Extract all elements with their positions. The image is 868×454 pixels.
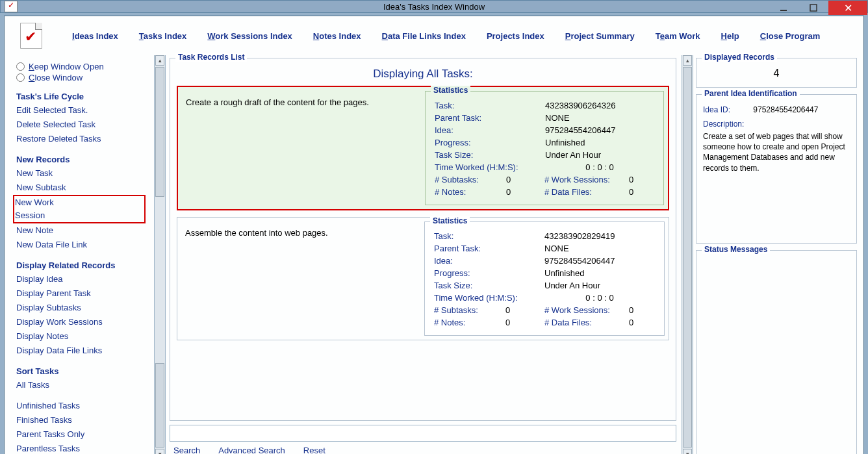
scrollbar-left[interactable]: ▴ ▾	[154, 55, 166, 454]
task-card[interactable]: Assemble the content into web pages. Sta…	[177, 217, 669, 340]
value-notes: 0	[505, 318, 544, 327]
label-size: Task Size:	[435, 150, 545, 160]
link-new-task[interactable]: New Task	[16, 167, 145, 180]
radio-close-window-input[interactable]	[16, 73, 25, 82]
stats-legend: Statistics	[431, 86, 470, 95]
link-display-parent[interactable]: Display Parent Task	[16, 287, 145, 300]
heading-sort: Sort Tasks	[16, 366, 145, 376]
value-time: 0 : 0 : 0	[544, 293, 655, 303]
task-records-group: Task Records List Displaying All Tasks: …	[170, 58, 676, 421]
task-stats: Statistics Task:432383906264326 Parent T…	[425, 87, 668, 209]
menu-close-program[interactable]: Close Program	[760, 31, 820, 41]
heading-new-records: New Records	[16, 155, 145, 164]
status-messages-group: Status Messages	[696, 250, 857, 454]
value-progress: Unfinished	[544, 268, 655, 278]
scroll-up-icon[interactable]: ▴	[683, 55, 692, 66]
scroll-down-icon[interactable]: ▾	[155, 449, 164, 454]
menu-team[interactable]: Team Work	[656, 31, 700, 41]
radio-close-window[interactable]: Close Window	[16, 73, 145, 82]
menu-projects[interactable]: Projects Index	[487, 31, 544, 41]
label-notes: # Notes:	[434, 318, 505, 327]
link-all-tasks[interactable]: All Tasks	[16, 379, 145, 392]
reset-link[interactable]: Reset	[303, 446, 326, 454]
label-idea: Idea:	[435, 125, 545, 135]
label-progress: Progress:	[435, 138, 545, 147]
link-display-subtasks[interactable]: Display Subtasks	[16, 301, 145, 314]
displayed-records-group: Displayed Records 4	[696, 58, 857, 88]
link-parentless[interactable]: Parentless Tasks	[16, 442, 145, 454]
menu-tasks[interactable]: Tasks Index	[139, 31, 186, 41]
link-new-note[interactable]: New Note	[16, 224, 145, 237]
task-records-legend: Task Records List	[175, 53, 247, 62]
workspace: Keep Window Open Close Window Task's Lif…	[5, 55, 863, 454]
value-idea: 975284554206447	[545, 125, 654, 135]
value-notes: 0	[506, 187, 544, 197]
link-unfinished[interactable]: Unfinished Tasks	[16, 399, 145, 412]
task-description: Create a rough draft of the content for …	[178, 87, 425, 209]
search-link[interactable]: Search	[173, 446, 200, 454]
link-delete-selected[interactable]: Delete Selected Task	[16, 118, 145, 131]
label-df: # Data Files:	[544, 187, 629, 197]
search-links: Search Advanced Search Reset	[170, 446, 676, 454]
link-edit-selected[interactable]: Edit Selected Task.	[16, 104, 145, 117]
task-card[interactable]: Create a rough draft of the content for …	[177, 86, 669, 210]
menu-work-sessions[interactable]: Work Sessions Index	[207, 31, 292, 41]
task-stats: Statistics Task:432383902829419 Parent T…	[424, 218, 669, 340]
radio-keep-open-input[interactable]	[16, 62, 25, 71]
value-ws: 0	[629, 305, 655, 315]
displayed-records-value: 4	[703, 65, 850, 81]
label-time: Time Worked (H:M:S):	[434, 293, 544, 303]
task-description: Assemble the content into web pages.	[177, 218, 424, 340]
minimize-button[interactable]	[769, 1, 798, 15]
scroll-thumb-2[interactable]	[155, 363, 164, 448]
menu-summary[interactable]: Project Summary	[565, 31, 635, 41]
link-new-subtask[interactable]: New Subtask	[16, 181, 145, 194]
window-title: Idea's Tasks Index Window	[383, 2, 485, 12]
idea-id-label: Idea ID:	[703, 105, 751, 114]
label-time: Time Worked (H:M:S):	[435, 162, 545, 172]
label-notes: # Notes:	[435, 187, 506, 197]
right-panel: Displayed Records 4 Parent Idea Identifi…	[693, 55, 863, 454]
link-new-datafile[interactable]: New Data File Link	[16, 238, 145, 251]
menu-ideas[interactable]: Ideas Index	[72, 31, 118, 41]
radio-keep-open[interactable]: Keep Window Open	[16, 62, 145, 71]
link-new-work-session[interactable]: New Work Session	[14, 195, 145, 223]
close-button[interactable]: ✕	[828, 1, 867, 15]
link-restore-deleted[interactable]: Restore Deleted Tasks	[16, 132, 145, 145]
label-df: # Data Files:	[544, 318, 629, 327]
link-finished[interactable]: Finished Tasks	[16, 414, 145, 427]
menu-datafile[interactable]: Data File Links Index	[382, 31, 466, 41]
task-display-title: Displaying All Tasks:	[177, 68, 669, 81]
advanced-search-link[interactable]: Advanced Search	[218, 446, 285, 454]
scroll-thumb[interactable]	[155, 67, 164, 197]
label-progress: Progress:	[434, 268, 544, 278]
menu-help[interactable]: Help	[721, 31, 739, 41]
link-display-notes[interactable]: Display Notes	[16, 330, 145, 343]
label-ws: # Work Sessions:	[544, 175, 629, 184]
label-idea: Idea:	[434, 256, 544, 266]
link-display-ws[interactable]: Display Work Sessions	[16, 316, 145, 329]
value-task: 432383902829419	[544, 231, 655, 241]
value-progress: Unfinished	[545, 138, 654, 147]
logo-icon	[20, 23, 42, 49]
label-task: Task:	[435, 101, 545, 110]
scroll-up-icon[interactable]: ▴	[155, 55, 164, 66]
scrollbar-center[interactable]: ▴ ▾	[682, 55, 693, 454]
label-size: Task Size:	[434, 281, 544, 290]
displayed-records-legend: Displayed Records	[702, 53, 777, 62]
link-display-idea[interactable]: Display Idea	[16, 273, 145, 286]
maximize-button[interactable]	[798, 1, 828, 15]
value-task: 432383906264326	[545, 101, 654, 110]
center-panel: Task Records List Displaying All Tasks: …	[166, 55, 682, 454]
link-display-dfl[interactable]: Display Data File Links	[16, 344, 145, 357]
title-bar: Idea's Tasks Index Window ✕	[0, 0, 868, 13]
link-parent-only[interactable]: Parent Tasks Only	[16, 428, 145, 441]
search-input[interactable]	[170, 425, 676, 442]
label-parent: Parent Task:	[435, 113, 545, 123]
client-area: Ideas Index Tasks Index Work Sessions In…	[4, 16, 864, 454]
menu-notes[interactable]: Notes Index	[313, 31, 361, 41]
value-time: 0 : 0 : 0	[545, 162, 654, 172]
scroll-thumb[interactable]	[683, 67, 692, 448]
label-subtasks: # Subtasks:	[435, 175, 506, 184]
scroll-down-icon[interactable]: ▾	[683, 449, 692, 454]
